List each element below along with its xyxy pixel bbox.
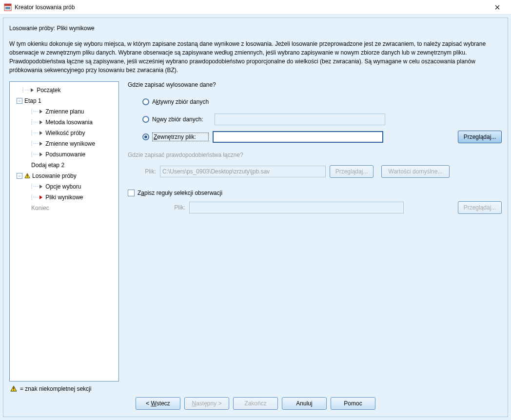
tree-item-7[interactable]: Dodaj etap 2: [12, 160, 117, 171]
tree-item-0[interactable]: ┊····Początek: [12, 85, 117, 95]
titlebar: Kreator losowania prób: [0, 0, 511, 15]
tree-connector: ┊····: [21, 86, 30, 95]
joint-prob-file-label: Plik:: [142, 168, 156, 175]
tree-item-label: Początek: [37, 86, 60, 95]
arrow-icon: [39, 120, 42, 124]
section1-title: Gdzie zapisać wylosowane dane?: [128, 81, 502, 88]
joint-prob-file-input: [160, 166, 326, 177]
new-dataset-name-input: [215, 114, 385, 125]
tree-item-5[interactable]: ┊····Zmienne wynikowe: [12, 138, 117, 149]
tree-item-11[interactable]: Koniec: [12, 203, 117, 213]
tree-item-label: Etap 1: [24, 96, 41, 105]
next-button: Następny >: [184, 397, 229, 410]
external-file-input[interactable]: [213, 131, 383, 143]
tree-item-label: Pliki wynikowe: [45, 193, 83, 202]
tree-item-label: Zmienne planu: [45, 107, 84, 116]
wizard-window: Kreator losowania prób Losowanie próby: …: [0, 0, 511, 420]
warning-icon: [24, 173, 30, 179]
radio-active-dataset-label: Aktywny zbiór danych: [152, 98, 209, 105]
tree-item-label: Koniec: [31, 204, 49, 212]
warning-icon: [10, 385, 17, 392]
tree-connector: ┊····: [30, 150, 39, 159]
wizard-tree[interactable]: ┊····Początek−Etap 1┊····Zmienne planu┊·…: [9, 81, 119, 382]
main-row: ┊····Początek−Etap 1┊····Zmienne planu┊·…: [9, 81, 502, 392]
tree-legend: = znak niekompletnej sekcji: [9, 382, 119, 392]
tree-connector: ┊····: [30, 139, 39, 148]
arrow-icon: [39, 110, 42, 114]
save-rules-checkbox[interactable]: [128, 190, 135, 196]
radio-external-file-row: Zewnętrzny plik: Przeglądaj...: [142, 131, 502, 143]
close-button[interactable]: [488, 0, 507, 14]
tree-toggle-icon[interactable]: −: [17, 98, 22, 104]
tree-connector: ┊····: [30, 182, 39, 191]
tree-connector: ┊····: [30, 118, 39, 127]
arrow-icon: [39, 131, 42, 135]
legend-text: = znak niekompletnej sekcji: [20, 385, 91, 392]
joint-prob-file-row: Plik: Przeglądaj... Wartości domyślne...: [142, 165, 502, 178]
tree-item-label: Podsumowanie: [45, 150, 85, 159]
tree-item-label: Wielkość próby: [45, 129, 85, 137]
svg-rect-3: [5, 8, 10, 9]
save-rules-row: Zapisz reguły selekcji obserwacji: [128, 190, 502, 196]
tree-connector: ┊····: [30, 129, 39, 137]
radio-new-dataset-label: Nowy zbiór danych:: [152, 116, 211, 123]
tree-connector: ┊····: [30, 193, 39, 202]
page-description: W tym okienku dokonuje się wyboru miejsc…: [9, 39, 502, 75]
cancel-button[interactable]: Anuluj: [282, 397, 327, 410]
radio-external-file[interactable]: [142, 134, 149, 140]
svg-rect-5: [27, 174, 27, 176]
tree-item-label: Metoda losowania: [45, 118, 93, 127]
svg-rect-6: [27, 177, 27, 177]
arrow-icon: [39, 185, 42, 189]
tree-item-label: Losowanie próby: [32, 172, 77, 180]
tree-item-6[interactable]: ┊····Podsumowanie: [12, 149, 117, 160]
dialog-body: Losowanie próby: Pliki wynikowe W tym ok…: [0, 15, 511, 420]
tree-connector: ┊····: [30, 107, 39, 116]
app-icon: [4, 3, 12, 11]
svg-rect-9: [13, 390, 14, 390]
svg-rect-1: [4, 4, 11, 6]
svg-rect-8: [13, 387, 14, 389]
radio-new-dataset[interactable]: [142, 116, 149, 123]
help-button[interactable]: Pomoc: [331, 397, 375, 410]
tree-toggle-icon[interactable]: −: [17, 173, 22, 179]
form-area: Gdzie zapisać wylosowane dane? Aktywny z…: [128, 81, 502, 392]
tree-item-2[interactable]: ┊····Zmienne planu: [12, 106, 117, 117]
browse-rules-button: Przeglądaj...: [458, 201, 502, 214]
radio-active-dataset[interactable]: [142, 98, 149, 105]
radio-active-dataset-row: Aktywny zbiór danych: [142, 96, 502, 108]
save-rules-label: Zapisz reguły selekcji obserwacji: [138, 190, 222, 196]
tree-item-10[interactable]: ┊····Pliki wynikowe: [12, 192, 117, 203]
tree-item-4[interactable]: ┊····Wielkość próby: [12, 128, 117, 138]
tree-item-9[interactable]: ┊····Opcje wyboru: [12, 181, 117, 192]
joint-prob-section: Gdzie zapisać prawdopodobieństwa łączne?…: [128, 152, 502, 178]
radio-external-file-label: Zewnętrzny plik:: [152, 133, 209, 141]
output-location-group: Aktywny zbiór danych Nowy zbiór danych: …: [142, 96, 502, 143]
wizard-buttons: < Wstecz Następny > Zakończ Anuluj Pomoc: [9, 392, 502, 412]
window-title: Kreator losowania prób: [15, 4, 488, 11]
radio-new-dataset-row: Nowy zbiór danych:: [142, 114, 502, 125]
rules-file-row: Plik: Przeglądaj...: [172, 201, 502, 214]
browse-external-button[interactable]: Przeglądaj...: [458, 131, 502, 143]
content-pane: Losowanie próby: Pliki wynikowe W tym ok…: [3, 18, 508, 417]
back-button[interactable]: < Wstecz: [136, 397, 180, 410]
defaults-button: Wartości domyślne...: [381, 165, 450, 178]
tree-column: ┊····Początek−Etap 1┊····Zmienne planu┊·…: [9, 81, 119, 392]
rules-file-label: Plik:: [172, 204, 185, 211]
arrow-icon: [39, 142, 42, 146]
arrow-icon: [31, 88, 34, 92]
tree-item-label: Zmienne wynikowe: [45, 139, 95, 148]
rules-file-input: [189, 202, 404, 213]
arrow-icon: [39, 195, 42, 199]
page-title: Losowanie próby: Pliki wynikowe: [9, 25, 502, 32]
tree-item-label: Dodaj etap 2: [31, 161, 64, 170]
tree-item-1[interactable]: −Etap 1: [12, 95, 117, 106]
tree-item-label: Opcje wyboru: [45, 182, 81, 191]
section2-title: Gdzie zapisać prawdopodobieństwa łączne?: [128, 152, 502, 158]
browse-joint-prob-button: Przeglądaj...: [330, 165, 373, 178]
tree-item-8[interactable]: −Losowanie próby: [12, 171, 117, 181]
arrow-icon: [39, 153, 42, 156]
finish-button: Zakończ: [233, 397, 278, 410]
tree-item-3[interactable]: ┊····Metoda losowania: [12, 117, 117, 128]
svg-rect-2: [5, 7, 10, 8]
